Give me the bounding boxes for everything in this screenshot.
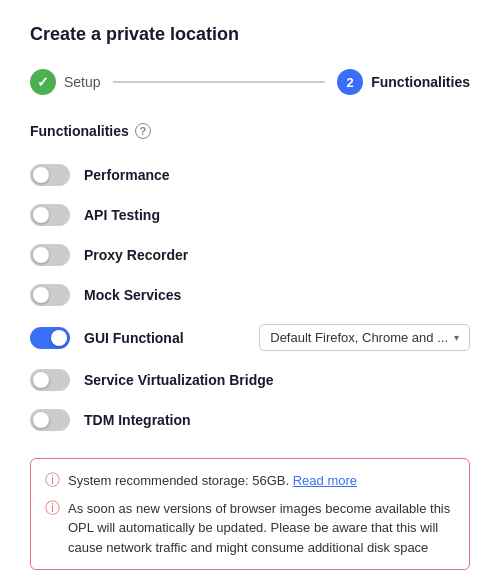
toggle-label-tdm-integration: TDM Integration <box>84 412 191 428</box>
step-2: 2 Functionalities <box>337 69 470 95</box>
progress-bar: ✓ Setup 2 Functionalities <box>30 69 470 95</box>
step-1-label: Setup <box>64 74 101 90</box>
toggle-label-service-virt: Service Virtualization Bridge <box>84 372 274 388</box>
info-text-storage: System recommended storage: 56GB. Read m… <box>68 471 357 491</box>
toggle-row-service-virt: Service Virtualization Bridge <box>30 360 470 400</box>
toggle-api-testing[interactable] <box>30 204 70 226</box>
info-row-update: ⓘ As soon as new versions of browser ima… <box>45 499 455 558</box>
info-icon-update: ⓘ <box>45 499 60 518</box>
help-icon[interactable]: ? <box>135 123 151 139</box>
toggle-row-performance: Performance <box>30 155 470 195</box>
toggle-label-mock-services: Mock Services <box>84 287 181 303</box>
toggle-list: Performance API Testing Proxy Recorder M… <box>30 155 470 440</box>
toggle-row-tdm-integration: TDM Integration <box>30 400 470 440</box>
toggle-row-mock-services: Mock Services <box>30 275 470 315</box>
toggle-row-gui-functional: GUI Functional Default Firefox, Chrome a… <box>30 315 470 360</box>
dropdown-value: Default Firefox, Chrome and ... <box>270 330 448 345</box>
step-1-check: ✓ <box>30 69 56 95</box>
info-box: ⓘ System recommended storage: 56GB. Read… <box>30 458 470 570</box>
dropdown-wrap: Default Firefox, Chrome and ... ▾ <box>259 324 470 351</box>
toggle-label-api-testing: API Testing <box>84 207 160 223</box>
step-1: ✓ Setup <box>30 69 101 95</box>
info-text-update: As soon as new versions of browser image… <box>68 499 455 558</box>
toggle-row-proxy-recorder: Proxy Recorder <box>30 235 470 275</box>
section-heading: Functionalities ? <box>30 123 470 139</box>
step-line <box>113 81 326 83</box>
info-row-storage: ⓘ System recommended storage: 56GB. Read… <box>45 471 455 491</box>
toggle-gui-functional[interactable] <box>30 327 70 349</box>
toggle-label-performance: Performance <box>84 167 170 183</box>
page-title: Create a private location <box>30 24 470 45</box>
toggle-service-virtualization-bridge[interactable] <box>30 369 70 391</box>
toggle-proxy-recorder[interactable] <box>30 244 70 266</box>
toggle-tdm-integration[interactable] <box>30 409 70 431</box>
browser-dropdown[interactable]: Default Firefox, Chrome and ... ▾ <box>259 324 470 351</box>
dropdown-arrow-icon: ▾ <box>454 332 459 343</box>
info-icon-storage: ⓘ <box>45 471 60 490</box>
step-2-circle: 2 <box>337 69 363 95</box>
toggle-label-gui-functional: GUI Functional <box>84 330 184 346</box>
step-2-label: Functionalities <box>371 74 470 90</box>
toggle-mock-services[interactable] <box>30 284 70 306</box>
read-more-link[interactable]: Read more <box>293 473 357 488</box>
toggle-label-proxy-recorder: Proxy Recorder <box>84 247 188 263</box>
functionalities-label: Functionalities <box>30 123 129 139</box>
toggle-performance[interactable] <box>30 164 70 186</box>
toggle-row-api-testing: API Testing <box>30 195 470 235</box>
